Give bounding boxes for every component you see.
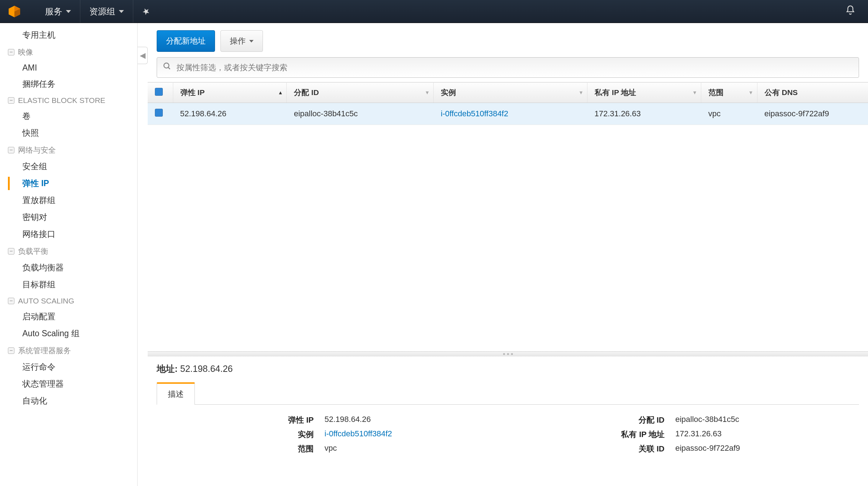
table-row[interactable]: 52.198.64.26 eipalloc-38b41c5c i-0ffcdeb… (148, 103, 868, 125)
resource-groups-menu[interactable]: 资源组 (80, 0, 133, 23)
row-checkbox[interactable] (155, 109, 163, 117)
column-select-all[interactable] (148, 82, 173, 103)
collapse-icon: − (8, 49, 14, 55)
main-content: 分配新地址 操作 弹性 IP▲ 分配 ID▼ 实例▼ 私有 IP 地址▼ 范围▼ (148, 23, 868, 486)
value-instance-link[interactable]: i-0ffcdeb510ff384f2 (325, 429, 392, 438)
instance-link[interactable]: i-0ffcdeb510ff384f2 (441, 109, 509, 118)
label-association-id: 关联 ID (513, 444, 665, 454)
value-scope: vpc (325, 444, 502, 454)
cell-public-dns: eipassoc-9f722af9 (757, 103, 868, 125)
sidebar-section-load-balancing[interactable]: − 负载平衡 (0, 243, 137, 259)
global-header: 服务 资源组 ★ (0, 0, 868, 23)
left-nav: 专用主机 − 映像 AMI 捆绑任务 − ELASTIC BLOCK STORE… (0, 23, 138, 486)
search-input[interactable] (176, 63, 853, 72)
detail-properties: 弹性 IP 52.198.64.26 分配 ID eipalloc-38b41c… (157, 405, 859, 464)
allocate-address-button[interactable]: 分配新地址 (157, 30, 215, 52)
sidebar-item-security-groups[interactable]: 安全组 (0, 158, 137, 175)
sidebar-section-images[interactable]: − 映像 (0, 44, 137, 60)
sidebar-item-load-balancers[interactable]: 负载均衡器 (0, 259, 137, 276)
sidebar-item-elastic-ips[interactable]: 弹性 IP (0, 175, 137, 192)
column-private-ip[interactable]: 私有 IP 地址▼ (587, 82, 701, 103)
aws-logo[interactable] (7, 4, 22, 19)
pin-icon[interactable]: ★ (134, 0, 159, 24)
grip-icon (503, 353, 513, 355)
sidebar-item-key-pairs[interactable]: 密钥对 (0, 209, 137, 226)
sidebar-item-network-interfaces[interactable]: 网络接口 (0, 226, 137, 243)
collapse-sidebar-handle[interactable]: ◀ (138, 47, 148, 64)
checkbox-icon (155, 88, 163, 96)
elastic-ips-table: 弹性 IP▲ 分配 ID▼ 实例▼ 私有 IP 地址▼ 范围▼ 公有 DNS▼ … (148, 82, 868, 125)
search-icon (163, 62, 171, 73)
svg-line-4 (168, 67, 170, 69)
services-label: 服务 (45, 6, 62, 17)
pane-splitter[interactable] (148, 351, 868, 356)
sidebar-item-dedicated-hosts[interactable]: 专用主机 (0, 27, 137, 44)
sidebar-item-bundle-tasks[interactable]: 捆绑任务 (0, 76, 137, 93)
sort-asc-icon: ▲ (278, 90, 283, 95)
sidebar-item-placement-groups[interactable]: 置放群组 (0, 192, 137, 209)
detail-title: 地址: 52.198.64.26 (157, 363, 859, 375)
sidebar-section-auto-scaling[interactable]: − AUTO SCALING (0, 293, 137, 308)
sidebar-item-ami[interactable]: AMI (0, 60, 137, 76)
sort-icon: ▼ (425, 90, 430, 95)
chevron-down-icon (249, 40, 254, 42)
label-allocation-id: 分配 ID (513, 415, 665, 426)
sort-icon: ▼ (578, 90, 583, 95)
cell-scope: vpc (701, 103, 757, 125)
chevron-down-icon (66, 10, 71, 13)
value-allocation-id: eipalloc-38b41c5c (675, 415, 853, 426)
value-private-ip: 172.31.26.63 (675, 429, 853, 440)
column-allocation-id[interactable]: 分配 ID▼ (287, 82, 434, 103)
collapse-icon: − (8, 248, 14, 255)
notifications-icon[interactable] (840, 5, 861, 18)
sidebar-item-launch-configs[interactable]: 启动配置 (0, 308, 137, 325)
column-instance[interactable]: 实例▼ (434, 82, 587, 103)
label-private-ip: 私有 IP 地址 (513, 429, 665, 440)
resource-groups-label: 资源组 (89, 6, 115, 17)
services-menu[interactable]: 服务 (36, 0, 80, 23)
sidebar-item-state-manager[interactable]: 状态管理器 (0, 375, 137, 392)
actions-menu-button[interactable]: 操作 (220, 30, 263, 52)
column-elastic-ip[interactable]: 弹性 IP▲ (173, 82, 287, 103)
cell-elastic-ip: 52.198.64.26 (173, 103, 287, 125)
sidebar-item-volumes[interactable]: 卷 (0, 108, 137, 125)
sidebar-section-ssm[interactable]: − 系统管理器服务 (0, 342, 137, 359)
chevron-down-icon (119, 10, 124, 13)
collapse-icon: − (8, 147, 14, 153)
tab-description[interactable]: 描述 (157, 382, 195, 405)
sidebar-section-network-security[interactable]: − 网络与安全 (0, 141, 137, 158)
sidebar-item-target-groups[interactable]: 目标群组 (0, 276, 137, 293)
sidebar-item-asg[interactable]: Auto Scaling 组 (0, 325, 137, 342)
label-scope: 范围 (162, 444, 314, 454)
detail-panel: 地址: 52.198.64.26 描述 弹性 IP 52.198.64.26 分… (148, 356, 868, 486)
cell-allocation-id: eipalloc-38b41c5c (287, 103, 434, 125)
value-elastic-ip: 52.198.64.26 (325, 415, 502, 426)
detail-tabs: 描述 (157, 382, 859, 405)
toolbar: 分配新地址 操作 (148, 23, 868, 57)
svg-point-3 (164, 63, 169, 68)
collapse-icon: − (8, 97, 14, 104)
sidebar-item-run-command[interactable]: 运行命令 (0, 359, 137, 375)
value-association-id: eipassoc-9f722af9 (675, 444, 853, 454)
column-scope[interactable]: 范围▼ (701, 82, 757, 103)
cell-private-ip: 172.31.26.63 (587, 103, 701, 125)
column-public-dns[interactable]: 公有 DNS▼ (757, 82, 868, 103)
sort-icon: ▼ (748, 90, 753, 95)
collapse-icon: − (8, 347, 14, 354)
label-elastic-ip: 弹性 IP (162, 415, 314, 426)
sidebar-section-ebs[interactable]: − ELASTIC BLOCK STORE (0, 93, 137, 108)
filter-bar[interactable] (157, 57, 859, 78)
collapse-icon: − (8, 298, 14, 304)
sidebar-item-automation[interactable]: 自动化 (0, 392, 137, 409)
sort-icon: ▼ (692, 90, 697, 95)
sidebar-item-snapshots[interactable]: 快照 (0, 125, 137, 141)
label-instance: 实例 (162, 429, 314, 440)
